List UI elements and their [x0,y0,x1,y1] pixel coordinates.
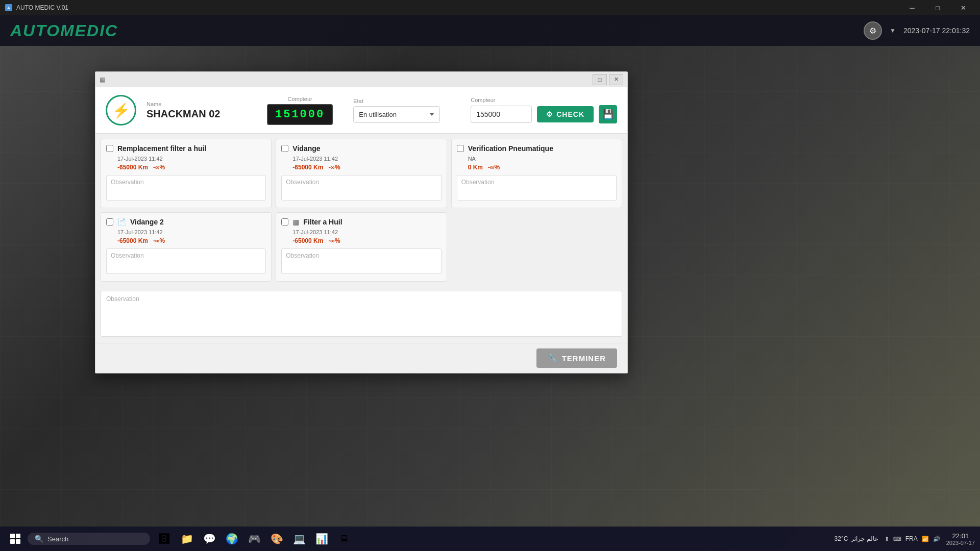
modal-controls: □ ✕ [593,74,623,85]
modal-close-button[interactable]: ✕ [609,74,623,85]
task-checkbox-remplacement[interactable] [106,145,113,152]
task-date-vidange2: 17-Jul-2023 11:42 [106,229,266,235]
start-button[interactable] [5,529,26,549]
maximize-button[interactable]: □ [926,0,949,15]
task-observation-remplacement[interactable] [106,175,266,201]
save-button[interactable]: 💾 [599,105,617,123]
right-compteur-row: ⚙ CHECK 💾 [471,105,617,123]
check-label: CHECK [556,110,584,118]
full-observation-textarea[interactable] [101,291,622,337]
task-observation-vidange[interactable] [281,175,441,201]
taskbar-time: 22:01 2023-07-17 [946,532,975,546]
vehicle-icon: ⚡ [106,95,136,126]
user-icon: ⚙ [869,26,876,36]
start-square-1 [10,534,15,538]
tasks-grid: Remplacement filter a huil 17-Jul-2023 1… [95,134,627,287]
right-compteur-input[interactable] [471,106,532,123]
etat-select[interactable]: En utilisation En panne En maintenance D… [353,106,440,123]
start-square-2 [16,534,20,538]
compteur-label: Compteur [287,96,312,102]
task-title-filter: Filter a Huil [303,218,342,226]
right-compteur-section: Compteur ⚙ CHECK 💾 [471,97,617,123]
taskbar-app-steam[interactable]: 🎮 [244,529,264,549]
task-km-remplacement: -65000 Km [117,164,148,171]
vehicle-section: ⚡ Name SHACKMAN 02 Compteur 151000 Etat … [95,87,627,134]
task-observation-vidange2[interactable] [106,248,266,274]
task-stats-remplacement: -65000 Km -∞% [106,164,266,171]
full-observation-section [95,287,627,343]
task-title-vidange2: Vidange 2 [130,218,164,226]
task-km-vidange: -65000 Km [292,164,323,171]
etat-label: Etat [353,98,440,104]
task-card-filter: ▦ Filter a Huil 17-Jul-2023 11:42 -65000… [276,212,447,282]
app-header: AUTOMEDIC ⚙ ▼ 2023-07-17 22:01:32 [0,15,980,46]
task-stats-filter: -65000 Km -∞% [281,237,441,244]
vehicle-symbol: ⚡ [112,102,130,119]
task-date-vidange: 17-Jul-2023 11:42 [281,156,441,162]
terminer-icon: 🔧 [548,354,558,363]
datetime-display: 2023-07-17 22:01:32 [903,27,970,35]
etat-section: Etat En utilisation En panne En maintena… [353,98,440,123]
task-card-vidange2: 📄 Vidange 2 17-Jul-2023 11:42 -65000 Km … [101,212,272,282]
vehicle-name: SHACKMAN 02 [146,108,257,120]
keyboard-icon: ⌨ [893,536,901,542]
start-square-3 [10,539,15,544]
task-header-pneumatique: Verification Pneumatique [457,144,617,153]
taskbar-app-vscode[interactable]: 💻 [289,529,309,549]
task-stats-vidange2: -65000 Km -∞% [106,237,266,244]
modal-footer: 🔧 TERMINER [95,343,627,373]
system-tray-icon: ⬆ [885,536,889,542]
task-card-remplacement: Remplacement filter a huil 17-Jul-2023 1… [101,139,272,208]
taskbar-app-files[interactable]: 📁 [177,529,197,549]
task-observation-filter[interactable] [281,248,441,274]
task-checkbox-vidange[interactable] [281,145,288,152]
terminer-label: TERMINER [562,354,606,363]
taskbar-search[interactable]: 🔍 Search [28,533,150,545]
taskbar-date-display: 2023-07-17 [946,540,975,546]
modal-title-bar: ▦ □ ✕ [95,72,627,87]
taskbar-app-chrome[interactable]: 🌍 [222,529,242,549]
app-title-icon: A [5,4,12,11]
user-avatar[interactable]: ⚙ [864,21,882,40]
task-checkbox-vidange2[interactable] [106,218,113,226]
taskbar-time-display: 22:01 [946,532,975,540]
check-button[interactable]: ⚙ CHECK [537,106,594,122]
task-checkbox-pneumatique[interactable] [457,145,464,152]
task-observation-pneumatique[interactable] [457,175,617,201]
taskbar: 🔍 Search 🅱 📁 💬 🌍 🎮 🎨 💻 📊 🖥 32°C عالم جزا… [0,527,980,551]
user-dropdown-arrow[interactable]: ▼ [890,27,896,34]
taskbar-right: 32°C عالم جزائر ⬆ ⌨ FRA 📶 🔊 22:01 2023-0… [835,532,975,546]
minimize-button[interactable]: ─ [900,0,924,15]
task-date-filter: 17-Jul-2023 11:42 [281,229,441,235]
app-logo: AUTOMEDIC [10,21,118,40]
close-button[interactable]: ✕ [951,0,975,15]
task-card-vidange: Vidange 17-Jul-2023 11:42 -65000 Km -∞% [276,139,447,208]
taskbar-app-illustrator[interactable]: 🎨 [266,529,287,549]
taskbar-apps: 🅱 📁 💬 🌍 🎮 🎨 💻 📊 🖥 [154,529,354,549]
task-icon-filter: ▦ [292,218,299,226]
task-pct-pneumatique: -∞% [488,164,500,171]
title-bar-controls: ─ □ ✕ [900,0,975,15]
task-checkbox-filter[interactable] [281,218,288,226]
task-title-remplacement: Remplacement filter a huil [117,144,206,153]
terminer-button[interactable]: 🔧 TERMINER [536,348,617,368]
task-header-vidange2: 📄 Vidange 2 [106,218,266,226]
right-compteur-label: Compteur [471,97,495,103]
weather-section: 32°C عالم جزائر [835,535,878,542]
language-indicator: FRA [905,535,918,542]
task-date-remplacement: 17-Jul-2023 11:42 [106,156,266,162]
task-header-filter: ▦ Filter a Huil [281,218,441,226]
taskbar-app-other[interactable]: 🖥 [334,529,354,549]
task-pct-vidange: -∞% [328,164,340,171]
windows-logo-icon [10,534,20,544]
modal-maximize-button[interactable]: □ [593,74,607,85]
weather-temp: 32°C [835,535,848,542]
task-date-pneumatique: NA [457,156,617,162]
taskbar-app-excel[interactable]: 📊 [311,529,332,549]
taskbar-app-chat[interactable]: 💬 [199,529,219,549]
task-header-vidange: Vidange [281,144,441,153]
compteur-section: Compteur 151000 [267,96,333,125]
search-icon: 🔍 [35,535,43,543]
taskbar-app-bing[interactable]: 🅱 [154,529,175,549]
task-card-pneumatique: Verification Pneumatique NA 0 Km -∞% [451,139,622,208]
